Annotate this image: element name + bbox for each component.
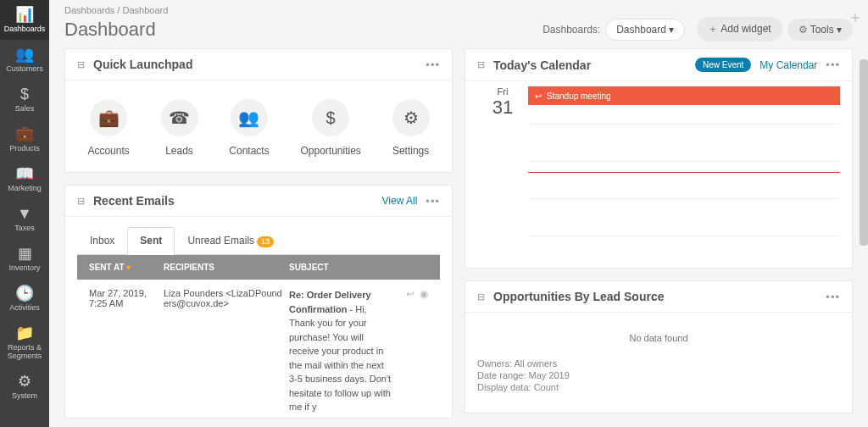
launch-label: Settings — [392, 145, 429, 157]
launch-label: Leads — [165, 145, 193, 157]
nav-icon: 📖 — [15, 166, 34, 181]
card-menu-icon[interactable]: ••• — [426, 195, 440, 208]
card-title: Today's Calendar — [493, 58, 695, 72]
nav-label: Marketing — [8, 184, 42, 192]
nav-item-system[interactable]: ⚙System — [0, 367, 49, 407]
time-slot[interactable]: 8:00 AM — [528, 236, 840, 268]
side-navigation: 📊Dashboards👥Customers$Sales💼Products📖Mar… — [0, 0, 49, 427]
col-sent[interactable]: SENT AT ▾ — [89, 263, 157, 272]
nav-item-reports-segments[interactable]: 📁Reports & Segments — [0, 319, 49, 367]
card-title: Opportunities By Lead Source — [493, 290, 826, 303]
card-menu-icon[interactable]: ••• — [826, 58, 840, 71]
launch-label: Accounts — [87, 145, 129, 157]
view-icon[interactable]: ◉ — [420, 288, 428, 414]
nav-label: Dashboards — [4, 25, 46, 33]
nav-item-taxes[interactable]: ▼Taxes — [0, 199, 49, 239]
card-title: Recent Emails — [93, 194, 382, 208]
time-slot[interactable]: 6:00 AM — [528, 161, 840, 198]
opportunities-card: ⊟ Opportunities By Lead Source ••• No da… — [465, 280, 853, 413]
add-dashboard-icon[interactable]: ＋ — [848, 7, 863, 27]
card-menu-icon[interactable]: ••• — [826, 291, 840, 303]
meta-line: Date range: May 2019 — [477, 370, 840, 380]
view-all-link[interactable]: View All — [382, 195, 418, 207]
dashboard-selector-label: Dashboards: — [542, 24, 600, 36]
plus-icon: ＋ — [708, 23, 718, 35]
sort-desc-icon: ▾ — [126, 263, 131, 272]
current-time-line — [528, 172, 840, 173]
nav-item-inventory[interactable]: ▦Inventory — [0, 239, 49, 279]
accounts-icon: 💼 — [90, 99, 127, 136]
email-table-header: SENT AT ▾ RECIPIENTS SUBJECT — [77, 255, 440, 280]
gear-icon: ⚙ — [798, 24, 808, 36]
card-title: Quick Launchpad — [93, 58, 426, 71]
nav-icon: 👥 — [15, 47, 34, 62]
allday-event[interactable]: Standup meeting — [528, 86, 840, 124]
nav-icon: 🕒 — [15, 286, 34, 301]
nav-label: Reports & Segments — [2, 343, 47, 360]
launch-opportunities[interactable]: $Opportunities — [300, 99, 360, 157]
col-subject[interactable]: SUBJECT — [289, 263, 428, 272]
no-data-text: No data found — [477, 333, 840, 343]
email-row[interactable]: Mar 27, 2019, 7:25 AM Liza Pounders <Liz… — [77, 280, 440, 419]
nav-item-products[interactable]: 💼Products — [0, 119, 49, 159]
nav-item-sales[interactable]: $Sales — [0, 80, 49, 119]
page-scrollbar[interactable] — [860, 59, 868, 246]
nav-icon: 💼 — [15, 126, 34, 141]
tab-inbox[interactable]: Inbox — [77, 227, 127, 254]
collapse-icon[interactable]: ⊟ — [77, 196, 85, 207]
nav-item-marketing[interactable]: 📖Marketing — [0, 159, 49, 199]
launch-leads[interactable]: ☎Leads — [161, 99, 198, 157]
meta-line: Display data: Count — [477, 382, 840, 392]
reply-icon[interactable]: ↩ — [406, 288, 415, 414]
collapse-icon[interactable]: ⊟ — [477, 291, 485, 302]
right-column: ⊟ Today's Calendar New Event My Calendar… — [465, 48, 853, 419]
tools-button[interactable]: ⚙Tools ▾ — [787, 19, 853, 41]
nav-icon: $ — [20, 86, 29, 102]
nav-label: Taxes — [14, 224, 35, 232]
nav-item-customers[interactable]: 👥Customers — [0, 40, 49, 80]
nav-label: Sales — [15, 104, 35, 113]
breadcrumb: Dashboards / Dashboard — [64, 5, 853, 15]
calendar-card: ⊟ Today's Calendar New Event My Calendar… — [465, 48, 853, 269]
contacts-icon: 👥 — [231, 99, 268, 136]
launch-accounts[interactable]: 💼Accounts — [87, 99, 129, 157]
nav-icon: ⚙ — [18, 374, 31, 389]
launch-contacts[interactable]: 👥Contacts — [229, 99, 269, 157]
launch-settings[interactable]: ⚙Settings — [392, 99, 430, 157]
nav-label: Activities — [9, 303, 40, 312]
time-slot[interactable]: 7:00 AM — [528, 198, 840, 236]
new-event-button[interactable]: New Event — [695, 58, 751, 72]
nav-icon: 📊 — [15, 7, 34, 22]
calendar-date: Fri 31 — [477, 81, 528, 124]
collapse-icon[interactable]: ⊟ — [77, 59, 85, 70]
tab-unread[interactable]: Unread Emails13 — [175, 227, 287, 254]
leads-icon: ☎ — [161, 99, 198, 136]
topbar: Dashboards / Dashboard Dashboard Dashboa… — [49, 0, 868, 48]
col-recipients[interactable]: RECIPIENTS — [164, 263, 282, 272]
nav-label: Products — [9, 144, 40, 152]
card-menu-icon[interactable]: ••• — [426, 58, 440, 71]
page-title: Dashboard — [64, 19, 542, 41]
nav-label: Inventory — [8, 263, 40, 272]
my-calendar-link[interactable]: My Calendar — [760, 59, 817, 71]
nav-item-dashboards[interactable]: 📊Dashboards — [0, 0, 49, 40]
tab-sent[interactable]: Sent — [127, 227, 175, 255]
calendar-grid[interactable]: 5:00 AM6:00 AM7:00 AM8:00 AM — [528, 124, 840, 268]
nav-icon: ▦ — [18, 246, 32, 261]
settings-icon: ⚙ — [392, 99, 430, 136]
quick-launchpad-card: ⊟ Quick Launchpad ••• 💼Accounts☎Leads👥Co… — [64, 48, 453, 173]
nav-icon: 📁 — [15, 325, 34, 341]
add-widget-button[interactable]: ＋Add widget — [697, 17, 782, 42]
nav-icon: ▼ — [17, 206, 32, 221]
unread-badge: 13 — [257, 236, 274, 247]
launch-label: Opportunities — [300, 145, 360, 157]
nav-item-activities[interactable]: 🕒Activities — [0, 279, 49, 319]
collapse-icon[interactable]: ⊟ — [477, 59, 485, 70]
main-area: Dashboards / Dashboard Dashboard Dashboa… — [49, 0, 868, 427]
time-slot[interactable]: 5:00 AM — [528, 124, 840, 161]
nav-label: System — [12, 391, 37, 400]
email-subject: Re: Order Delivery Confirmation - Hi, Th… — [289, 288, 394, 414]
email-tabs: Inbox Sent Unread Emails13 — [77, 227, 440, 255]
dashboard-selector[interactable]: Dashboard ▾ — [605, 19, 685, 41]
launch-label: Contacts — [229, 145, 269, 157]
